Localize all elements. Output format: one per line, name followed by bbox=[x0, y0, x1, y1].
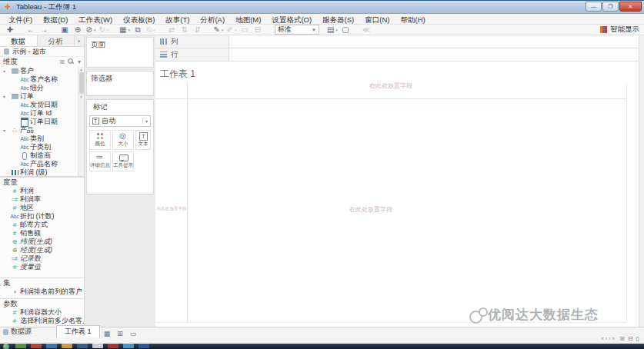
show-hide-cards-button[interactable]: ▤ bbox=[327, 25, 338, 35]
field-type-icon bbox=[19, 161, 30, 168]
menu-item[interactable]: 窗口(N) bbox=[359, 15, 395, 25]
taskbar-app-icon[interactable] bbox=[123, 344, 134, 348]
new-dashboard-tab-button[interactable]: ⊞ bbox=[115, 329, 126, 337]
start-page-button[interactable]: ✚ bbox=[5, 25, 15, 35]
dimension-field[interactable]: 细分 bbox=[0, 84, 78, 92]
menu-item[interactable]: 数据(D) bbox=[38, 15, 73, 25]
start-orb-icon[interactable] bbox=[3, 344, 9, 349]
dimension-field[interactable]: 利润 (级) bbox=[0, 168, 78, 177]
taskbar-app-icon[interactable] bbox=[138, 344, 149, 348]
windows-taskbar[interactable] bbox=[0, 344, 644, 349]
menu-item[interactable]: 故事(T) bbox=[160, 15, 195, 25]
show-me-button[interactable]: 智能显示 bbox=[600, 25, 639, 35]
pane-menu-icon[interactable]: ▾ bbox=[78, 58, 81, 65]
text-button[interactable]: 文本 bbox=[135, 130, 151, 150]
search-icon[interactable] bbox=[68, 58, 75, 65]
fit-axes-button[interactable]: ⊟ bbox=[252, 25, 263, 35]
dimensions-scrollbar[interactable]: ▴▾ bbox=[78, 67, 84, 176]
watermark-text: 优阅达大数据生态 bbox=[488, 306, 599, 324]
tab-analytics[interactable]: 分析 bbox=[38, 35, 75, 46]
maximize-button[interactable]: ❐ bbox=[602, 2, 619, 12]
new-story-tab-button[interactable]: ▭ bbox=[128, 329, 139, 337]
taskbar-app-icon[interactable] bbox=[77, 344, 88, 348]
datasource-tab[interactable]: 数据源 bbox=[3, 327, 38, 337]
columns-shelf[interactable]: 列 bbox=[155, 35, 639, 48]
columns-shelf-area[interactable] bbox=[229, 35, 639, 48]
taskbar-app-icon[interactable] bbox=[46, 344, 57, 348]
menu-item[interactable]: 分析(A) bbox=[195, 15, 230, 25]
save-button[interactable]: ▣ bbox=[59, 25, 70, 35]
menu-item[interactable]: 设置格式(O) bbox=[266, 15, 317, 25]
measure-field[interactable]: 经度(生成) bbox=[0, 246, 84, 254]
share-button[interactable]: ≪ bbox=[361, 25, 372, 35]
minimize-button[interactable]: — bbox=[586, 2, 602, 12]
tooltip-button[interactable]: 工具提示 bbox=[112, 151, 134, 171]
set-field[interactable]: 利润排名前列的客户 bbox=[0, 288, 84, 296]
collapse-pane-icon[interactable]: ▸ bbox=[75, 35, 84, 46]
worksheet-canvas: 列 行 工作表 1 在此处放置字段 在此处放置字段 在此处放置字段 bbox=[155, 35, 639, 327]
measure-field[interactable]: 邮寄方式 bbox=[0, 221, 84, 229]
measure-field[interactable]: 利润率 bbox=[0, 195, 84, 204]
worksheet-tab[interactable]: 工作表 1 bbox=[56, 325, 100, 337]
menu-item[interactable]: 地图(M) bbox=[230, 15, 266, 25]
measure-field[interactable]: 度量值 bbox=[0, 263, 84, 271]
expander-icon[interactable]: ▾ bbox=[3, 94, 9, 99]
menu-item[interactable]: 仪表板(B) bbox=[118, 15, 160, 25]
measure-field[interactable]: 利润 bbox=[0, 187, 84, 195]
new-datasource-button[interactable]: ⊕ bbox=[72, 25, 83, 35]
view-data-grid-icon[interactable]: ⊞ bbox=[59, 58, 65, 65]
swap-axes-button[interactable]: ⇄ bbox=[166, 25, 177, 35]
expander-icon[interactable]: ▾ bbox=[3, 128, 9, 133]
expander-icon[interactable]: ▾ bbox=[3, 68, 9, 74]
menu-item[interactable]: 文件(F) bbox=[3, 15, 38, 25]
taskbar-app-icon[interactable] bbox=[62, 344, 72, 348]
canvas-scroll-strip[interactable] bbox=[639, 35, 644, 327]
sort-descending-button[interactable]: ⇵ bbox=[192, 25, 203, 35]
presentation-mode-button[interactable]: ▢ bbox=[340, 25, 351, 35]
tab-nav-icons[interactable]: « ‹ › » bbox=[601, 336, 615, 341]
tab-data[interactable]: 数据 bbox=[0, 35, 38, 46]
taskbar-app-icon[interactable] bbox=[31, 344, 42, 348]
refresh-button[interactable]: ↻ bbox=[98, 25, 109, 35]
pages-shelf[interactable]: 页面 bbox=[86, 37, 154, 68]
mark-type-select[interactable]: T 自动 ▾ bbox=[89, 115, 151, 127]
menu-item[interactable]: 工作表(W) bbox=[73, 15, 118, 25]
menu-item[interactable]: 帮助(H) bbox=[395, 15, 430, 25]
measure-field[interactable]: 记录数 bbox=[0, 254, 84, 263]
taskbar-app-icon[interactable] bbox=[92, 344, 103, 348]
datasource-name: 示例 - 超市 bbox=[12, 47, 46, 57]
redo-button[interactable]: → bbox=[38, 25, 49, 35]
pause-updates-button[interactable]: ⊘ bbox=[85, 25, 96, 35]
show-filmstrip-icon[interactable]: ⊟ bbox=[628, 335, 633, 342]
clear-sheet-button[interactable]: ⍉ bbox=[145, 25, 156, 35]
taskbar-app-icon[interactable] bbox=[108, 344, 118, 348]
filters-shelf[interactable]: 筛选器 bbox=[86, 71, 154, 96]
new-worksheet-tab-button[interactable]: ▦ bbox=[102, 329, 113, 337]
undo-button[interactable]: ← bbox=[25, 25, 36, 35]
mark-type-icon: T bbox=[92, 118, 99, 125]
size-button[interactable]: 大小 bbox=[112, 130, 134, 150]
taskbar-app-icon[interactable] bbox=[15, 344, 26, 348]
highlight-button[interactable]: ✎ bbox=[213, 25, 224, 35]
color-button[interactable]: 颜色 bbox=[89, 130, 111, 150]
new-worksheet-button[interactable]: ▦ bbox=[119, 25, 130, 35]
dimension-field[interactable]: 订单日期 bbox=[0, 118, 78, 126]
format-button[interactable]: ✐ bbox=[226, 25, 237, 35]
show-sorter-icon[interactable]: ▯ bbox=[636, 335, 639, 342]
show-tabs-icon[interactable]: ⊞ bbox=[619, 335, 625, 342]
mark-labels-button[interactable]: ▭ bbox=[239, 25, 250, 35]
datasource-item[interactable]: 示例 - 超市 bbox=[0, 47, 84, 57]
field-type-icon bbox=[9, 169, 20, 177]
close-button[interactable]: ✕ bbox=[619, 2, 642, 12]
columns-shelf-label: 列 bbox=[155, 35, 229, 48]
rows-shelf-area[interactable] bbox=[229, 48, 639, 61]
parameter-field[interactable]: 选择利润前多少名客户 bbox=[0, 317, 84, 325]
fit-mode-select[interactable]: 标准 ▼ bbox=[275, 25, 319, 35]
menu-item[interactable]: 服务器(S) bbox=[317, 15, 359, 25]
sheet-view[interactable]: 工作表 1 在此处放置字段 在此处放置字段 在此处放置字段 bbox=[155, 61, 639, 327]
detail-button[interactable]: 详细信息 bbox=[89, 151, 111, 171]
sort-ascending-button[interactable]: ⇅ bbox=[179, 25, 190, 35]
rows-shelf[interactable]: 行 bbox=[155, 48, 639, 61]
field-type-icon bbox=[9, 213, 20, 221]
duplicate-sheet-button[interactable]: ⧉ bbox=[132, 25, 143, 35]
